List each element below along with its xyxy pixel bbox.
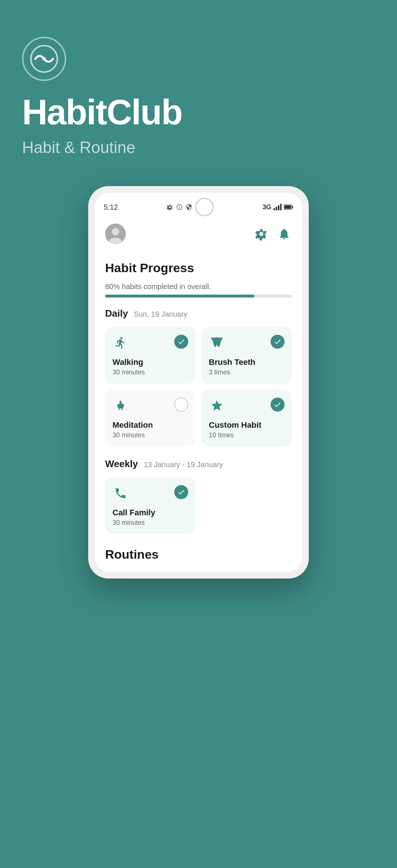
status-center-icons <box>167 198 214 216</box>
camera-notch <box>195 198 214 216</box>
status-info-icon <box>176 204 183 210</box>
call-family-check-icon <box>174 485 188 499</box>
weekly-section-header: Weekly 13 January - 19 January <box>105 458 292 470</box>
call-family-detail: 30 minutes <box>112 519 188 527</box>
header-actions <box>254 226 292 242</box>
phone-icon <box>112 485 129 501</box>
status-bar: 5:12 3G <box>95 193 302 219</box>
meditation-habit-card[interactable]: Meditation 30 minutes <box>105 389 196 447</box>
user-avatar[interactable] <box>105 224 126 244</box>
walking-habit-card[interactable]: Walking 30 minutes <box>105 327 196 384</box>
weekly-label: Weekly <box>105 458 138 470</box>
star-icon <box>209 398 225 414</box>
weekly-section: Weekly 13 January - 19 January <box>105 458 292 534</box>
walking-name: Walking <box>112 357 188 367</box>
call-family-habit-card[interactable]: Call Family 30 minutes <box>105 477 196 534</box>
svg-point-6 <box>112 228 119 235</box>
network-label: 3G <box>262 203 271 211</box>
custom-habit-check-icon <box>271 398 285 412</box>
brush-teeth-check-icon <box>271 335 285 349</box>
weekly-date-range: 13 January - 19 January <box>144 460 223 469</box>
walking-check-icon <box>174 335 188 349</box>
brush-teeth-detail: 3 times <box>209 369 285 376</box>
status-right-icons: 3G <box>262 203 293 211</box>
daily-date: Sun, 19 January <box>134 310 187 319</box>
meditation-icon <box>112 398 129 414</box>
daily-label: Daily <box>105 308 128 319</box>
progress-bar-fill <box>105 295 254 298</box>
custom-habit-name: Custom Habit <box>209 420 285 430</box>
status-gear-icon <box>167 204 173 210</box>
app-logo <box>22 37 66 81</box>
svg-point-1 <box>42 57 46 61</box>
app-background: HabitClub Habit & Routine 5:12 <box>0 0 397 868</box>
brush-teeth-habit-card[interactable]: Brush Teeth 3 times <box>201 327 292 384</box>
call-family-name: Call Family <box>112 508 188 517</box>
daily-habit-grid: Walking 30 minutes <box>105 327 292 447</box>
progress-area: 80% habits completed in overall. <box>105 282 292 298</box>
brush-teeth-name: Brush Teeth <box>209 357 285 367</box>
habit-progress-title: Habit Progress <box>105 261 292 275</box>
daily-section-header: Daily Sun, 19 January <box>105 308 292 319</box>
walking-icon <box>112 335 129 351</box>
progress-bar-background <box>105 295 292 298</box>
custom-habit-detail: 10 times <box>209 431 285 439</box>
svg-rect-3 <box>292 206 293 208</box>
routines-title: Routines <box>105 547 292 562</box>
meditation-check-empty <box>174 398 188 412</box>
tooth-icon <box>209 335 225 351</box>
app-header <box>95 219 302 250</box>
walking-detail: 30 minutes <box>112 369 188 376</box>
progress-text: 80% habits completed in overall. <box>105 282 292 291</box>
custom-habit-card[interactable]: Custom Habit 10 times <box>201 389 292 447</box>
app-title: HabitClub <box>22 92 375 132</box>
meditation-name: Meditation <box>112 420 188 430</box>
notifications-button[interactable] <box>276 226 292 242</box>
svg-rect-4 <box>284 206 291 209</box>
battery-icon <box>284 204 293 210</box>
app-subtitle: Habit & Routine <box>22 138 375 157</box>
signal-icon <box>273 204 282 210</box>
phone-mockup: 5:12 3G <box>88 186 309 579</box>
status-time: 5:12 <box>104 203 118 211</box>
status-shield-icon <box>186 204 192 210</box>
meditation-detail: 30 minutes <box>112 431 188 439</box>
app-content: Habit Progress 80% habits completed in o… <box>95 250 302 572</box>
phone-screen: 5:12 3G <box>95 193 302 572</box>
settings-button[interactable] <box>254 226 269 242</box>
